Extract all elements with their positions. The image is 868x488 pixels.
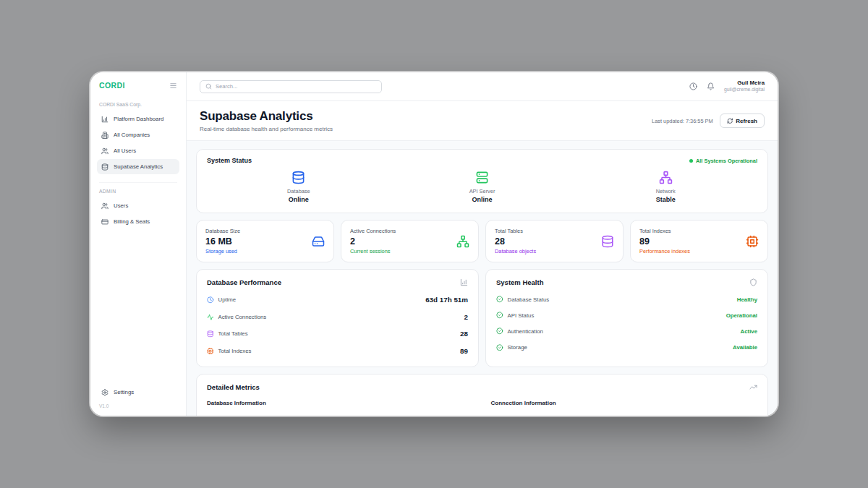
- sidebar-item-all-companies[interactable]: All Companies: [97, 127, 179, 142]
- detailed-metrics-card: Detailed Metrics Database Information Da…: [196, 374, 768, 416]
- clock-icon[interactable]: [689, 82, 697, 90]
- sidebar: CORDI CORDI SaaS Corp. Platform Dashboar…: [90, 72, 187, 416]
- bar-chart-icon: [460, 278, 468, 286]
- detail-column-heading: Database Information: [207, 400, 474, 406]
- building-icon: [101, 132, 109, 139]
- cpu-icon: [746, 235, 759, 248]
- metric-card-total-indexes: Total Indexes 89 Performance indexes: [630, 220, 768, 262]
- status-item-value: Online: [289, 196, 309, 203]
- performance-row-label: Active Connections: [218, 314, 267, 320]
- metric-sublabel: Database objects: [495, 248, 536, 254]
- sidebar-item-platform-dashboard[interactable]: Platform Dashboard: [97, 111, 179, 127]
- credit-card-icon: [101, 218, 109, 226]
- sidebar-item-label: All Companies: [114, 132, 150, 138]
- database-performance-panel: Database Performance Uptime: [196, 269, 479, 367]
- performance-row-value: 28: [460, 330, 468, 338]
- check-circle-icon: [496, 328, 503, 335]
- network-icon: [456, 235, 469, 248]
- sidebar-item-billing-seats[interactable]: Billing & Seats: [97, 214, 179, 229]
- sidebar-item-label: Billing & Seats: [114, 218, 150, 225]
- health-row-value: Available: [733, 344, 757, 351]
- system-health-panel: System Health Database Status: [485, 269, 768, 367]
- page-header: Supabase Analytics Real-time database he…: [187, 101, 778, 140]
- main-area: Guil Meira guil@creme.digital Supabase A…: [187, 72, 778, 416]
- metric-card-total-tables: Total Tables 28 Database objects: [485, 220, 624, 262]
- performance-row-uptime: Uptime 63d 17h 51m: [207, 291, 468, 309]
- status-dot-icon: [689, 159, 693, 163]
- sidebar-item-supabase-analytics[interactable]: Supabase Analytics: [97, 159, 179, 174]
- metric-card-active-connections: Active Connections 2 Current sessions: [341, 220, 479, 262]
- user-menu[interactable]: Guil Meira guil@creme.digital: [724, 80, 765, 93]
- health-row-label: API Status: [508, 312, 535, 319]
- performance-row-value: 63d 17h 51m: [425, 296, 468, 304]
- database-icon: [207, 330, 214, 338]
- app-window: CORDI CORDI SaaS Corp. Platform Dashboar…: [90, 72, 778, 416]
- admin-section-label: ADMIN: [99, 182, 177, 194]
- user-name: Guil Meira: [724, 80, 765, 87]
- check-circle-icon: [496, 312, 503, 319]
- detail-row-value: 2: [754, 415, 757, 416]
- performance-row-total-indexes: Total Indexes 89: [207, 343, 468, 360]
- server-icon: [475, 171, 489, 184]
- check-circle-icon: [496, 296, 503, 303]
- health-row-label: Authentication: [508, 328, 543, 335]
- hard-drive-icon: [312, 235, 325, 248]
- sidebar-item-users[interactable]: Users: [97, 198, 179, 213]
- detail-row-database-size: Database Size: 16 MB: [207, 411, 474, 416]
- performance-row-value: 89: [460, 347, 468, 355]
- refresh-button[interactable]: Refresh: [720, 114, 765, 128]
- database-icon: [292, 171, 305, 184]
- sidebar-item-settings[interactable]: Settings: [97, 385, 179, 400]
- status-item-value: Stable: [656, 196, 676, 203]
- health-row-label: Database Status: [508, 296, 550, 303]
- app-version: V1.0: [99, 403, 177, 408]
- metric-label: Database Size: [205, 228, 240, 234]
- performance-row-value: 2: [464, 313, 468, 321]
- performance-row-label: Total Indexes: [218, 348, 252, 354]
- refresh-icon: [727, 118, 733, 124]
- detail-row-active-connections: Active Connections: 2: [491, 411, 758, 416]
- bell-icon[interactable]: [707, 82, 715, 90]
- status-item-value: Online: [472, 196, 493, 203]
- app-logo: CORDI: [99, 81, 125, 90]
- gear-icon: [101, 389, 109, 396]
- metric-sublabel: Storage used: [205, 248, 240, 254]
- status-badge: All Systems Operational: [689, 158, 757, 164]
- system-status-card: System Status All Systems Operational Da…: [196, 149, 768, 213]
- performance-row-label: Total Tables: [218, 330, 248, 337]
- page-title: Supabase Analytics: [200, 109, 333, 124]
- bar-chart-icon: [101, 116, 109, 123]
- sidebar-item-label: Settings: [114, 389, 134, 395]
- detail-column-connection-information: Connection Information Active Connection…: [491, 400, 758, 416]
- sidebar-item-all-users[interactable]: All Users: [97, 143, 179, 158]
- performance-row-active-connections: Active Connections 2: [207, 309, 468, 326]
- menu-icon[interactable]: [169, 82, 177, 90]
- users-icon: [101, 147, 109, 155]
- detail-column-heading: Connection Information: [491, 400, 758, 406]
- last-updated-text: Last updated: 7:36:55 PM: [652, 118, 713, 124]
- metric-label: Active Connections: [350, 228, 396, 234]
- metric-label: Total Tables: [495, 228, 536, 234]
- trending-up-icon: [749, 383, 757, 391]
- health-row-api-status: API Status Operational: [496, 307, 757, 323]
- metric-value: 28: [495, 236, 536, 247]
- status-item-network: Network Stable: [574, 171, 757, 203]
- database-performance-title: Database Performance: [207, 278, 281, 286]
- refresh-button-label: Refresh: [736, 118, 757, 124]
- sidebar-item-label: Platform Dashboard: [114, 116, 163, 122]
- search-icon: [205, 83, 212, 90]
- search-input-wrapper[interactable]: [200, 80, 382, 93]
- content-area: System Status All Systems Operational Da…: [187, 140, 778, 416]
- network-icon: [659, 171, 673, 184]
- metric-sublabel: Performance indexes: [639, 248, 690, 254]
- status-item-label: Network: [656, 188, 676, 194]
- metric-value: 16 MB: [205, 236, 240, 247]
- detail-row-label: Database Size:: [207, 415, 246, 416]
- health-row-value: Operational: [726, 312, 757, 319]
- system-health-title: System Health: [496, 278, 543, 286]
- metric-cards-row: Database Size 16 MB Storage used Active …: [196, 220, 768, 262]
- metric-label: Total Indexes: [639, 228, 690, 234]
- database-icon: [601, 235, 614, 248]
- panels-row: Database Performance Uptime: [196, 269, 768, 367]
- search-input[interactable]: [216, 83, 376, 90]
